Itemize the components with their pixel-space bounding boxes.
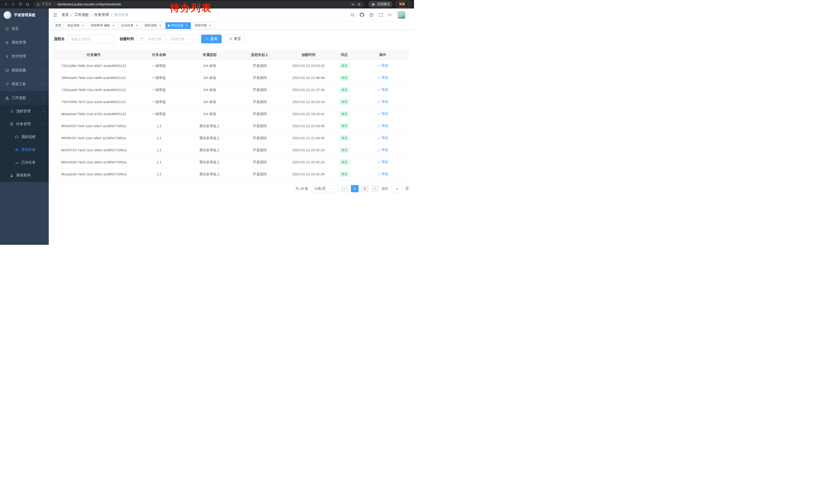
tab-done-tasks[interactable]: 已办任务× xyxy=(119,22,141,29)
font-size-icon[interactable]: TT xyxy=(388,12,393,17)
page-button-2[interactable]: 2 xyxy=(361,185,369,192)
tab-home[interactable]: 首页 xyxy=(53,22,64,29)
breadcrumb-item[interactable]: 任务管理 xyxy=(94,12,109,17)
cell-task-id: 75d72608-7b7f-11ec-a3c8-acde48001122 xyxy=(54,96,133,108)
sidebar-item-done-tasks[interactable]: 已办任务 xyxy=(0,156,49,169)
process-name-input[interactable] xyxy=(68,35,114,43)
sidebar-toggle-button[interactable] xyxy=(49,8,61,21)
close-icon[interactable]: × xyxy=(208,24,212,28)
breadcrumb-item[interactable]: 工作流程 xyxy=(74,12,89,17)
sidebar-item-process-management[interactable]: 流程管理 xyxy=(0,105,49,118)
table-row: a6aba0a4-7b6d-11ec-b781-acde48001122一级审批… xyxy=(54,108,409,120)
cell-task-name: 一级审批 xyxy=(133,84,185,96)
cell-starter: 芋道源码 xyxy=(235,144,285,156)
cell-status: 激活 xyxy=(332,108,357,120)
approve-label: 审批 xyxy=(381,148,388,152)
cell-starter: 芋道源码 xyxy=(235,108,285,120)
tab-todo-tasks[interactable]: 待办任务× xyxy=(165,22,191,29)
sidebar-item-dev-tools[interactable]: 研发工具 xyxy=(0,77,49,91)
pen-icon xyxy=(377,173,380,176)
close-icon[interactable]: × xyxy=(158,24,162,28)
sidebar-item-task-management[interactable]: 任务管理 xyxy=(0,118,49,131)
address-bar[interactable]: 不安全 dashboard.yudao.iocoder.cn/bpm/task/… xyxy=(33,1,364,8)
approve-button[interactable]: 审批 xyxy=(377,136,388,140)
status-badge: 激活 xyxy=(339,135,350,141)
sidebar: 芋道管理系统 首页系统管理支付管理基础设施研发工具工作流程流程管理任务管理我的流… xyxy=(0,8,49,245)
page-button-1[interactable]: 1 xyxy=(351,185,359,192)
chevron-down-icon xyxy=(42,83,45,86)
avatar-image xyxy=(398,11,405,19)
cell-status: 激活 xyxy=(332,132,357,144)
sidebar-item-todo-tasks[interactable]: 待办任务 xyxy=(0,143,49,156)
approve-button[interactable]: 审批 xyxy=(377,87,388,92)
cell-process: OA 请假 xyxy=(185,96,235,108)
approve-label: 审批 xyxy=(381,75,388,80)
cell-create-time: 2022-01-21 22:43:55 xyxy=(285,120,332,132)
tab-my-process[interactable]: 我的流程× xyxy=(142,22,164,29)
help-icon[interactable] xyxy=(369,12,374,17)
cell-starter: 芋道源码 xyxy=(235,132,285,144)
tab-process-detail[interactable]: 流程详情× xyxy=(192,22,214,29)
close-icon[interactable]: × xyxy=(185,24,189,28)
page-size-value: 10条/页 xyxy=(314,186,326,191)
approve-button[interactable]: 审批 xyxy=(377,111,388,116)
approve-button[interactable]: 审批 xyxy=(377,124,388,128)
tab-label: 首页 xyxy=(55,23,61,28)
sidebar-item-label: 工作流程 xyxy=(11,96,26,100)
eye-icon xyxy=(15,148,19,152)
bookmark-star-icon[interactable] xyxy=(357,2,361,6)
next-page-button[interactable]: › xyxy=(371,185,379,192)
approve-button[interactable]: 审批 xyxy=(377,75,388,80)
start-date-input[interactable] xyxy=(145,37,164,41)
cell-create-time: 2022-01-22 21:48:48 xyxy=(285,72,332,84)
prev-page-button[interactable]: ‹ xyxy=(341,185,348,192)
close-icon[interactable]: × xyxy=(81,24,85,28)
page-size-select[interactable]: 10条/页 xyxy=(312,185,338,192)
tab-process-form-edit[interactable]: 流程表单-编辑× xyxy=(88,22,118,29)
approve-button[interactable]: 审批 xyxy=(377,63,388,68)
reset-button[interactable]: 重置 xyxy=(225,35,245,43)
approve-button[interactable]: 审批 xyxy=(377,160,388,164)
page-buttons: 12 xyxy=(351,185,369,192)
user-avatar[interactable] xyxy=(398,11,409,19)
github-icon[interactable] xyxy=(360,12,364,17)
sidebar-item-payment-management[interactable]: 支付管理 xyxy=(0,49,49,63)
cell-task-id: 381aa1dd-7ac8-11ec-a9e2-a2380e71991a xyxy=(54,168,133,180)
cell-create-time: 2022-01-22 21:37:30 xyxy=(285,84,332,96)
sidebar-item-leave-query[interactable]: 请假查询 xyxy=(0,169,49,182)
yen-icon xyxy=(5,55,9,58)
browser-home-button[interactable] xyxy=(24,1,31,8)
browser-back-button[interactable] xyxy=(3,1,9,8)
caret-down-icon xyxy=(333,187,336,190)
close-icon[interactable]: × xyxy=(135,24,138,28)
approve-button[interactable]: 审批 xyxy=(377,172,388,176)
sidebar-item-label: 待办任务 xyxy=(21,147,36,152)
close-icon[interactable]: × xyxy=(112,24,115,28)
breadcrumb-item[interactable]: 首页 xyxy=(61,12,69,17)
search-icon[interactable] xyxy=(350,12,355,17)
browser-update-button[interactable]: 更新 xyxy=(396,1,411,7)
status-badge: 激活 xyxy=(339,111,350,117)
sidebar-item-workflow[interactable]: 工作流程 xyxy=(0,91,49,105)
search-button[interactable]: 搜索 xyxy=(201,35,222,43)
sidebar-item-home[interactable]: 首页 xyxy=(0,22,49,36)
date-range-picker[interactable]: - xyxy=(137,35,198,43)
navbar-actions: TT xyxy=(350,11,414,19)
pen-icon xyxy=(377,161,380,164)
sidebar-item-infrastructure[interactable]: 基础设施 xyxy=(0,63,49,77)
approve-button[interactable]: 审批 xyxy=(377,99,388,104)
browser-forward-button[interactable] xyxy=(10,1,16,8)
column-header: 状态 xyxy=(332,50,357,60)
end-date-input[interactable] xyxy=(168,37,187,41)
sidebar-item-my-process[interactable]: 我的流程 xyxy=(0,131,49,143)
sidebar-item-system-management[interactable]: 系统管理 xyxy=(0,36,49,49)
browser-menu-icon[interactable] xyxy=(406,2,410,6)
tab-launch-process[interactable]: 发起流程× xyxy=(65,22,87,29)
key-icon[interactable] xyxy=(351,2,355,6)
fullscreen-icon[interactable] xyxy=(379,12,383,17)
browser-reload-button[interactable] xyxy=(17,1,24,8)
sidebar-item-label: 首页 xyxy=(11,27,19,31)
goto-page-input[interactable] xyxy=(391,185,403,192)
cell-create-time: 2022-01-21 22:42:23 xyxy=(285,144,332,156)
approve-button[interactable]: 审批 xyxy=(377,148,388,152)
